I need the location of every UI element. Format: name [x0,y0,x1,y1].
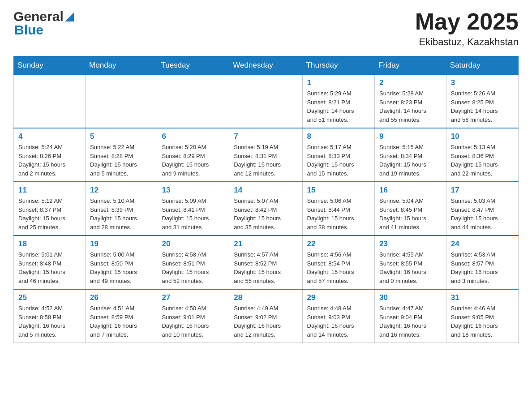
day-number: 26 [90,293,152,302]
table-row: 24Sunrise: 4:53 AM Sunset: 8:57 PM Dayli… [446,235,518,289]
day-number: 11 [18,186,81,195]
day-info: Sunrise: 5:04 AM Sunset: 8:45 PM Dayligh… [379,197,442,231]
day-info: Sunrise: 5:20 AM Sunset: 8:29 PM Dayligh… [162,143,224,178]
day-info: Sunrise: 4:55 AM Sunset: 8:55 PM Dayligh… [379,250,442,285]
table-row: 11Sunrise: 5:12 AM Sunset: 8:37 PM Dayli… [14,182,86,235]
col-wednesday: Wednesday [229,56,302,75]
calendar-week-row: 25Sunrise: 4:52 AM Sunset: 8:58 PM Dayli… [14,289,519,343]
day-number: 12 [90,186,152,195]
table-row: 7Sunrise: 5:19 AM Sunset: 8:31 PM Daylig… [229,128,302,182]
table-row: 4Sunrise: 5:24 AM Sunset: 8:26 PM Daylig… [14,128,86,182]
day-info: Sunrise: 5:06 AM Sunset: 8:44 PM Dayligh… [307,197,370,231]
day-info: Sunrise: 4:56 AM Sunset: 8:54 PM Dayligh… [307,250,370,285]
location: Ekibastuz, Kazakhstan [415,36,519,48]
calendar-week-row: 11Sunrise: 5:12 AM Sunset: 8:37 PM Dayli… [14,182,519,235]
table-row: 6Sunrise: 5:20 AM Sunset: 8:29 PM Daylig… [157,128,229,182]
day-info: Sunrise: 5:01 AM Sunset: 8:48 PM Dayligh… [18,250,81,285]
table-row: 13Sunrise: 5:09 AM Sunset: 8:41 PM Dayli… [157,182,229,235]
table-row: 8Sunrise: 5:17 AM Sunset: 8:33 PM Daylig… [302,128,374,182]
calendar-week-row: 1Sunrise: 5:29 AM Sunset: 8:21 PM Daylig… [14,75,519,128]
day-number: 13 [162,186,224,195]
day-info: Sunrise: 4:53 AM Sunset: 8:57 PM Dayligh… [451,250,514,285]
table-row: 25Sunrise: 4:52 AM Sunset: 8:58 PM Dayli… [14,289,86,343]
day-number: 9 [379,132,442,141]
table-row: 20Sunrise: 4:58 AM Sunset: 8:51 PM Dayli… [157,235,229,289]
day-info: Sunrise: 5:26 AM Sunset: 8:25 PM Dayligh… [451,89,514,124]
col-thursday: Thursday [302,56,374,75]
day-number: 23 [379,240,442,248]
day-number: 25 [18,293,81,302]
day-info: Sunrise: 4:50 AM Sunset: 9:01 PM Dayligh… [162,304,224,339]
day-info: Sunrise: 5:15 AM Sunset: 8:34 PM Dayligh… [379,143,442,178]
table-row: 29Sunrise: 4:48 AM Sunset: 9:03 PM Dayli… [302,289,374,343]
day-info: Sunrise: 4:47 AM Sunset: 9:04 PM Dayligh… [379,304,442,339]
calendar-week-row: 4Sunrise: 5:24 AM Sunset: 8:26 PM Daylig… [14,128,519,182]
table-row [229,75,302,128]
calendar-week-row: 18Sunrise: 5:01 AM Sunset: 8:48 PM Dayli… [14,235,519,289]
day-number: 3 [451,78,514,87]
day-info: Sunrise: 4:51 AM Sunset: 8:59 PM Dayligh… [90,304,152,339]
day-info: Sunrise: 5:09 AM Sunset: 8:41 PM Dayligh… [162,197,224,231]
table-row [86,75,157,128]
table-row [157,75,229,128]
day-info: Sunrise: 4:49 AM Sunset: 9:02 PM Dayligh… [234,304,297,339]
table-row: 9Sunrise: 5:15 AM Sunset: 8:34 PM Daylig… [375,128,446,182]
logo-triangle-icon [65,12,74,23]
table-row: 5Sunrise: 5:22 AM Sunset: 8:28 PM Daylig… [86,128,157,182]
col-monday: Monday [86,56,157,75]
title-section: May 2025 Ekibastuz, Kazakhstan [415,9,519,48]
day-number: 31 [451,293,514,302]
day-info: Sunrise: 5:22 AM Sunset: 8:28 PM Dayligh… [90,143,152,178]
day-number: 14 [234,186,297,195]
table-row: 12Sunrise: 5:10 AM Sunset: 8:39 PM Dayli… [86,182,157,235]
day-info: Sunrise: 5:24 AM Sunset: 8:26 PM Dayligh… [18,143,81,178]
day-number: 22 [307,240,370,248]
table-row: 30Sunrise: 4:47 AM Sunset: 9:04 PM Dayli… [375,289,446,343]
col-tuesday: Tuesday [157,56,229,75]
table-row: 3Sunrise: 5:26 AM Sunset: 8:25 PM Daylig… [446,75,518,128]
table-row [14,75,86,128]
day-number: 27 [162,293,224,302]
day-number: 10 [451,132,514,141]
table-row: 26Sunrise: 4:51 AM Sunset: 8:59 PM Dayli… [86,289,157,343]
table-row: 17Sunrise: 5:03 AM Sunset: 8:47 PM Dayli… [446,182,518,235]
day-number: 7 [234,132,297,141]
table-row: 23Sunrise: 4:55 AM Sunset: 8:55 PM Dayli… [375,235,446,289]
day-info: Sunrise: 5:29 AM Sunset: 8:21 PM Dayligh… [307,89,370,124]
month-title: May 2025 [415,9,519,34]
day-info: Sunrise: 5:00 AM Sunset: 8:50 PM Dayligh… [90,250,152,285]
day-number: 29 [307,293,370,302]
table-row: 27Sunrise: 4:50 AM Sunset: 9:01 PM Dayli… [157,289,229,343]
day-info: Sunrise: 5:07 AM Sunset: 8:42 PM Dayligh… [234,197,297,231]
day-number: 2 [379,78,442,87]
logo-general-text: General [13,9,64,24]
day-number: 16 [379,186,442,195]
day-number: 20 [162,240,224,248]
day-number: 15 [307,186,370,195]
day-number: 30 [379,293,442,302]
day-number: 1 [307,78,370,87]
table-row: 1Sunrise: 5:29 AM Sunset: 8:21 PM Daylig… [302,75,374,128]
page-header: General Blue May 2025 Ekibastuz, Kazakhs… [13,9,519,48]
day-number: 8 [307,132,370,141]
day-info: Sunrise: 4:52 AM Sunset: 8:58 PM Dayligh… [18,304,81,339]
day-info: Sunrise: 4:58 AM Sunset: 8:51 PM Dayligh… [162,250,224,285]
table-row: 10Sunrise: 5:13 AM Sunset: 8:36 PM Dayli… [446,128,518,182]
day-info: Sunrise: 5:10 AM Sunset: 8:39 PM Dayligh… [90,197,152,231]
day-info: Sunrise: 5:19 AM Sunset: 8:31 PM Dayligh… [234,143,297,178]
day-info: Sunrise: 5:03 AM Sunset: 8:47 PM Dayligh… [451,197,514,231]
col-sunday: Sunday [14,56,86,75]
day-number: 5 [90,132,152,141]
day-number: 28 [234,293,297,302]
col-saturday: Saturday [446,56,518,75]
table-row: 21Sunrise: 4:57 AM Sunset: 8:52 PM Dayli… [229,235,302,289]
day-info: Sunrise: 4:57 AM Sunset: 8:52 PM Dayligh… [234,250,297,285]
table-row: 22Sunrise: 4:56 AM Sunset: 8:54 PM Dayli… [302,235,374,289]
day-number: 4 [18,132,81,141]
table-row: 28Sunrise: 4:49 AM Sunset: 9:02 PM Dayli… [229,289,302,343]
table-row: 15Sunrise: 5:06 AM Sunset: 8:44 PM Dayli… [302,182,374,235]
logo-blue-text: Blue [14,22,43,37]
day-number: 17 [451,186,514,195]
day-number: 24 [451,240,514,248]
table-row: 31Sunrise: 4:46 AM Sunset: 9:05 PM Dayli… [446,289,518,343]
